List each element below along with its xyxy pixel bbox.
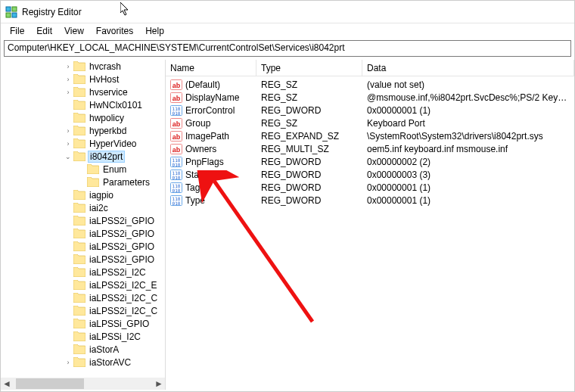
value-type: REG_DWORD <box>256 157 362 167</box>
scroll-thumb[interactable] <box>16 378 84 389</box>
value-data: \SystemRoot\System32\drivers\i8042prt.sy… <box>362 131 574 142</box>
value-type: REG_DWORD <box>256 195 362 206</box>
svg-text:010: 010 <box>172 175 181 180</box>
menubar: File Edit View Favorites Help <box>1 23 574 39</box>
tree-label: Enum <box>101 164 128 175</box>
value-type: REG_DWORD <box>256 182 362 193</box>
tree-item-hypervideo[interactable]: ›HyperVideo <box>1 137 165 150</box>
tree-item-ialpss2i_i2c_c[interactable]: iaLPSS2i_I2C_C <box>1 304 165 317</box>
svg-text:010: 010 <box>172 188 181 193</box>
value-row-group[interactable]: abGroupREG_SZKeyboard Port <box>166 117 574 129</box>
value-row-start[interactable]: 110010StartREG_DWORD0x00000003 (3) <box>166 168 574 181</box>
tree-item-ialpss2i_i2c_c[interactable]: iaLPSS2i_I2C_C <box>1 291 165 304</box>
menu-help[interactable]: Help <box>139 24 170 38</box>
value-type: REG_SZ <box>256 79 362 90</box>
value-name: Start <box>185 170 204 180</box>
value-row-errorcontrol[interactable]: 110010ErrorControlREG_DWORD0x00000001 (1… <box>166 104 574 117</box>
value-name: PnpFlags <box>185 157 224 167</box>
value-type: REG_DWORD <box>256 170 362 180</box>
value-name: DisplayName <box>185 92 239 103</box>
tree-item-hvcrash[interactable]: ›hvcrash <box>1 60 165 73</box>
tree-item-ialpss2i_gpio[interactable]: iaLPSS2i_GPIO <box>1 214 165 227</box>
menu-edit[interactable]: Edit <box>30 24 58 38</box>
menu-view[interactable]: View <box>58 24 90 38</box>
tree-item-parameters[interactable]: Parameters <box>1 176 165 188</box>
tree-item-ialpss2i_gpio[interactable]: iaLPSS2i_GPIO <box>1 240 165 253</box>
tree-label: iaStorAVC <box>88 357 132 368</box>
expander-icon[interactable]: › <box>63 140 73 148</box>
value-type: REG_SZ <box>256 118 362 129</box>
tree-pane[interactable]: ›hvcrash›HvHost›hvserviceHwNClx0101hwpol… <box>1 60 166 390</box>
column-data[interactable]: Data <box>362 60 574 76</box>
tree-item-i8042prt[interactable]: ⌄i8042prt <box>1 150 165 163</box>
value-data: oem5.inf keyboard.inf msmouse.inf <box>362 144 574 154</box>
expander-icon[interactable]: › <box>63 359 73 366</box>
tree-label: i8042prt <box>88 151 125 163</box>
expander-icon[interactable]: ⌄ <box>63 153 73 160</box>
tree-item-hyperkbd[interactable]: ›hyperkbd <box>1 124 165 137</box>
value-data: @msmouse.inf,%i8042prt.SvcDesc%;PS/2 Key… <box>362 92 574 103</box>
tree-item-iastoravc[interactable]: ›iaStorAVC <box>1 356 165 369</box>
value-row-tag[interactable]: 110010TagREG_DWORD0x00000001 (1) <box>166 181 574 194</box>
tree-label: iaLPSS2i_GPIO <box>88 241 156 252</box>
tree-item-hwpolicy[interactable]: hwpolicy <box>1 111 165 124</box>
expander-icon[interactable]: › <box>63 89 73 96</box>
value-name: (Default) <box>185 79 220 90</box>
tree-label: hvservice <box>88 87 129 98</box>
value-row-owners[interactable]: abOwnersREG_MULTI_SZoem5.inf keyboard.in… <box>166 142 574 155</box>
value-data: Keyboard Port <box>362 118 574 129</box>
value-row-default[interactable]: ab(Default)REG_SZ(value not set) <box>166 78 574 91</box>
column-name[interactable]: Name <box>166 60 256 76</box>
scroll-right-icon[interactable]: ► <box>153 378 165 389</box>
expander-icon[interactable]: › <box>63 76 73 83</box>
value-row-pnpflags[interactable]: 110010PnpFlagsREG_DWORD0x00000002 (2) <box>166 155 574 168</box>
mouse-cursor-icon <box>120 2 132 17</box>
tree-label: iaStorA <box>88 344 120 355</box>
tree-item-hvhost[interactable]: ›HvHost <box>1 73 165 86</box>
tree-label: hyperkbd <box>88 126 128 136</box>
tree-label: iaLPSS2i_I2C_C <box>88 293 159 303</box>
tree-horizontal-scrollbar[interactable]: ◄ ► <box>1 378 165 390</box>
value-data: 0x00000002 (2) <box>362 157 574 167</box>
menu-file[interactable]: File <box>4 24 30 38</box>
tree-label: iaLPSS2i_GPIO <box>88 254 156 265</box>
tree-label: hwpolicy <box>88 113 126 123</box>
tree-item-hwnclx0101[interactable]: HwNClx0101 <box>1 98 165 111</box>
tree-item-enum[interactable]: Enum <box>1 163 165 176</box>
address-bar[interactable]: Computer\HKEY_LOCAL_MACHINE\SYSTEM\Curre… <box>4 40 571 57</box>
tree-item-iastora[interactable]: iaStorA <box>1 343 165 356</box>
list-pane[interactable]: Name Type Data ab(Default)REG_SZ(value n… <box>166 60 574 390</box>
tree-item-iagpio[interactable]: iagpio <box>1 188 165 201</box>
tree-item-ialpss2i_gpio[interactable]: iaLPSS2i_GPIO <box>1 227 165 240</box>
tree-item-ialpss2i_i2c[interactable]: iaLPSS2i_I2C <box>1 266 165 278</box>
tree-item-ialpssi_gpio[interactable]: iaLPSSi_GPIO <box>1 317 165 330</box>
tree-label: iagpio <box>88 190 115 201</box>
tree-label: iaLPSS2i_I2C_E <box>88 280 158 291</box>
tree-item-iai2c[interactable]: iai2c <box>1 201 165 214</box>
tree-item-ialpss2i_i2c_e[interactable]: iaLPSS2i_I2C_E <box>1 278 165 291</box>
value-row-type[interactable]: 110010TypeREG_DWORD0x00000001 (1) <box>166 194 574 207</box>
value-row-displayname[interactable]: abDisplayNameREG_SZ@msmouse.inf,%i8042pr… <box>166 91 574 104</box>
column-type[interactable]: Type <box>256 60 362 76</box>
tree-label: HwNClx0101 <box>88 100 144 110</box>
tree-label: iaLPSS2i_I2C <box>88 267 148 278</box>
titlebar: Registry Editor <box>1 1 574 23</box>
svg-text:ab: ab <box>172 82 181 89</box>
svg-text:010: 010 <box>172 110 181 116</box>
value-data: 0x00000001 (1) <box>362 195 574 206</box>
value-type: REG_MULTI_SZ <box>256 144 362 154</box>
expander-icon[interactable]: › <box>63 63 73 70</box>
tree-item-hvservice[interactable]: ›hvservice <box>1 86 165 98</box>
value-row-imagepath[interactable]: abImagePathREG_EXPAND_SZ\SystemRoot\Syst… <box>166 129 574 142</box>
svg-text:ab: ab <box>172 133 181 141</box>
scroll-left-icon[interactable]: ◄ <box>1 378 13 389</box>
tree-label: iaLPSS2i_GPIO <box>88 229 156 239</box>
value-name: Group <box>185 118 210 129</box>
tree-item-ialpssi_i2c[interactable]: iaLPSSi_I2C <box>1 330 165 343</box>
expander-icon[interactable]: › <box>63 127 73 135</box>
value-data: (value not set) <box>362 79 574 90</box>
menu-favorites[interactable]: Favorites <box>90 24 139 38</box>
tree-label: iaLPSSi_I2C <box>88 331 142 342</box>
tree-item-ialpss2i_gpio[interactable]: iaLPSS2i_GPIO <box>1 253 165 266</box>
value-name: ImagePath <box>185 131 229 142</box>
